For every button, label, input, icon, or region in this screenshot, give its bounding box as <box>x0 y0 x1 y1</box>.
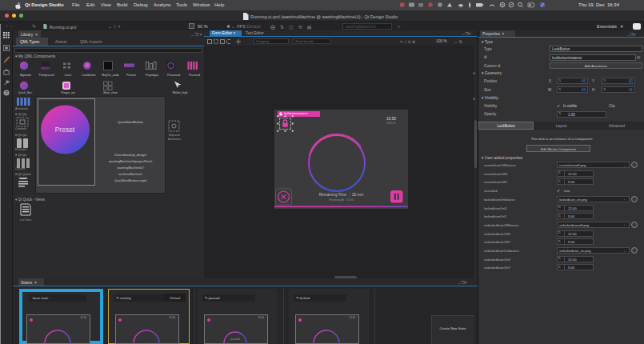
svg-text:?: ? <box>5 90 7 95</box>
svg-text:15:50: 15:50 <box>258 316 264 319</box>
svg-text:15:50: 15:50 <box>170 316 176 319</box>
svg-text:15:50: 15:50 <box>349 316 355 319</box>
svg-text:paused: paused <box>230 338 240 341</box>
svg-text:15:50: 15:50 <box>81 316 87 319</box>
